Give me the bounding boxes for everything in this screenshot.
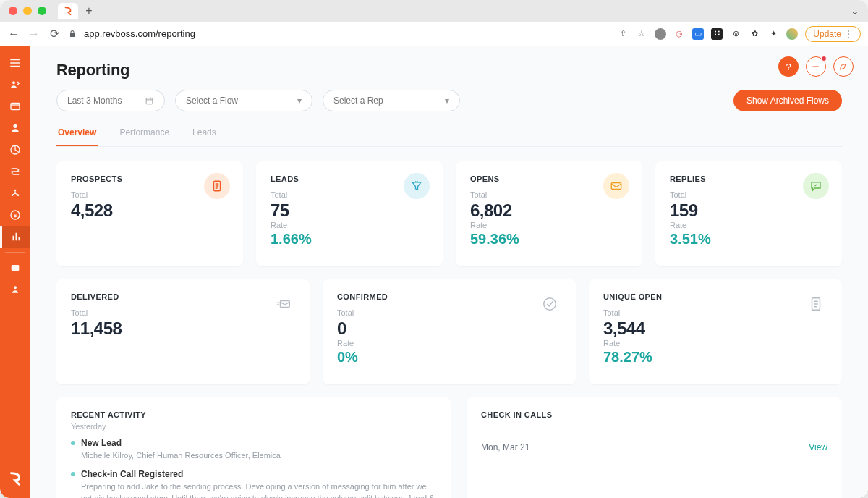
back-button[interactable]: ← bbox=[7, 28, 20, 41]
svg-rect-1 bbox=[11, 103, 20, 109]
sidebar-item-campaigns[interactable] bbox=[0, 96, 30, 117]
card-rate: 3.51% bbox=[670, 231, 827, 248]
hamburger-icon[interactable] bbox=[0, 52, 30, 74]
card-value: 6,802 bbox=[470, 201, 628, 221]
revboss-logo-icon bbox=[7, 470, 23, 486]
panel-heading: CHECK IN CALLS bbox=[481, 410, 827, 419]
page-icon bbox=[803, 291, 829, 317]
checkin-view-link[interactable]: View bbox=[809, 442, 827, 452]
extension-icon[interactable]: ▭ bbox=[692, 28, 704, 40]
panel-subheading: Yesterday bbox=[71, 422, 436, 431]
extension-icon[interactable]: ∷ bbox=[711, 28, 723, 40]
calendar-icon bbox=[145, 96, 154, 106]
tab-performance[interactable]: Performance bbox=[118, 122, 171, 146]
tab-overview[interactable]: Overview bbox=[56, 122, 98, 146]
mail-icon bbox=[603, 173, 629, 199]
flow-select[interactable]: Select a Flow ▾ bbox=[175, 90, 312, 111]
bookmark-icon[interactable]: ☆ bbox=[636, 28, 647, 40]
extension-icon[interactable]: ⊚ bbox=[730, 28, 741, 40]
sidebar-item-prospects[interactable] bbox=[0, 74, 30, 96]
card-rate-label: Rate bbox=[603, 339, 827, 347]
activity-desc: Preparing to add Jake to the sending pro… bbox=[81, 481, 436, 499]
svg-point-14 bbox=[544, 298, 556, 311]
sidebar-item-contacts[interactable] bbox=[0, 117, 30, 139]
document-icon bbox=[204, 173, 230, 199]
metrics-row-2: DELIVERED Total 11,458 CONFIRMED Total 0… bbox=[56, 279, 842, 384]
checkin-date: Mon, Mar 21 bbox=[481, 442, 529, 452]
funnel-icon bbox=[404, 173, 430, 199]
browser-address-bar: ← → ⟳ app.revboss.com/reporting ⇧ ☆ ◎ ▭ … bbox=[0, 22, 868, 46]
card-opens: OPENS Total 6,802 Rate 59.36% bbox=[456, 161, 642, 266]
close-window-dot[interactable] bbox=[9, 7, 17, 15]
svg-point-2 bbox=[13, 124, 17, 128]
browser-tab-revboss[interactable] bbox=[58, 3, 78, 19]
rep-select-label: Select a Rep bbox=[333, 96, 383, 106]
notification-dot bbox=[821, 56, 827, 62]
reload-button[interactable]: ⟳ bbox=[48, 27, 61, 41]
svg-rect-13 bbox=[280, 300, 289, 307]
activity-title: Check-in Call Registered bbox=[71, 469, 436, 479]
card-value: 11,458 bbox=[71, 318, 295, 339]
tab-leads[interactable]: Leads bbox=[191, 122, 218, 146]
card-leads: LEADS Total 75 Rate 1.66% bbox=[256, 161, 443, 266]
card-rate: 59.36% bbox=[470, 231, 628, 248]
svg-point-3 bbox=[14, 190, 17, 192]
mac-titlebar: + ⌄ bbox=[0, 0, 868, 22]
sidebar-item-billing[interactable]: $ bbox=[0, 204, 30, 226]
update-button[interactable]: Update⋮ bbox=[805, 26, 861, 42]
settings-button[interactable] bbox=[833, 56, 854, 77]
extension-icon[interactable] bbox=[655, 28, 666, 40]
new-tab-button[interactable]: + bbox=[81, 3, 97, 19]
sidebar-item-reporting[interactable] bbox=[0, 226, 30, 248]
card-value: 3,544 bbox=[603, 318, 827, 339]
extension-icon[interactable]: ◎ bbox=[673, 28, 685, 40]
sidebar-item-team[interactable] bbox=[0, 182, 30, 204]
sidebar-item-analytics[interactable] bbox=[0, 139, 30, 161]
svg-rect-12 bbox=[611, 183, 621, 190]
svg-rect-10 bbox=[146, 98, 153, 104]
sidebar-divider bbox=[5, 252, 25, 253]
card-title: DELIVERED bbox=[71, 292, 295, 301]
report-tabs: Overview Performance Leads bbox=[56, 122, 842, 147]
chevron-down-icon: ▾ bbox=[297, 96, 302, 106]
page-title: Reporting bbox=[56, 61, 842, 80]
card-value: 4,528 bbox=[71, 201, 229, 221]
chat-icon bbox=[803, 173, 829, 199]
help-button[interactable]: ? bbox=[778, 56, 799, 77]
card-title: CONFIRMED bbox=[337, 292, 561, 301]
rep-select[interactable]: Select a Rep ▾ bbox=[323, 90, 460, 111]
sidebar: $ bbox=[0, 46, 30, 498]
panel-heading: RECENT ACTIVITY bbox=[71, 410, 436, 419]
card-rate: 1.66% bbox=[271, 231, 428, 248]
recent-activity-panel: RECENT ACTIVITY Yesterday New Lead Miche… bbox=[56, 397, 451, 498]
sidebar-item-inbox[interactable] bbox=[0, 257, 30, 279]
send-icon bbox=[271, 291, 297, 317]
sidebar-item-flows[interactable] bbox=[0, 161, 30, 182]
sidebar-item-account[interactable] bbox=[0, 279, 30, 300]
activity-title: New Lead bbox=[71, 438, 436, 448]
card-prospects: PROSPECTS Total 4,528 bbox=[56, 161, 243, 266]
card-rate: 0% bbox=[337, 349, 561, 366]
card-rate-label: Rate bbox=[337, 339, 561, 347]
card-replies: REPLIES Total 159 Rate 3.51% bbox=[655, 161, 842, 266]
card-unique-open: UNIQUE OPEN Total 3,544 Rate 78.27% bbox=[589, 279, 842, 384]
activity-item: Check-in Call Registered Preparing to ad… bbox=[71, 469, 436, 499]
card-total-label: Total bbox=[337, 308, 561, 317]
check-circle-icon bbox=[537, 291, 563, 317]
card-rate-label: Rate bbox=[271, 221, 428, 229]
date-range-select[interactable]: Last 3 Months bbox=[56, 90, 165, 111]
show-archived-button[interactable]: Show Archived Flows bbox=[733, 90, 842, 111]
card-delivered: DELIVERED Total 11,458 bbox=[56, 279, 310, 384]
avatar-icon[interactable] bbox=[786, 28, 798, 40]
filter-row: Last 3 Months Select a Flow ▾ Select a R… bbox=[56, 90, 842, 111]
extension-icon[interactable]: ✦ bbox=[767, 28, 779, 40]
window-overflow-icon[interactable]: ⌄ bbox=[851, 5, 859, 17]
minimize-window-dot[interactable] bbox=[23, 7, 32, 15]
extension-icon[interactable]: ✿ bbox=[749, 28, 760, 40]
list-button[interactable] bbox=[806, 56, 826, 77]
forward-button[interactable]: → bbox=[27, 28, 41, 41]
svg-rect-8 bbox=[12, 265, 20, 271]
maximize-window-dot[interactable] bbox=[38, 7, 46, 15]
url-text[interactable]: app.revboss.com/reporting bbox=[84, 28, 195, 39]
share-icon[interactable]: ⇧ bbox=[617, 28, 629, 40]
